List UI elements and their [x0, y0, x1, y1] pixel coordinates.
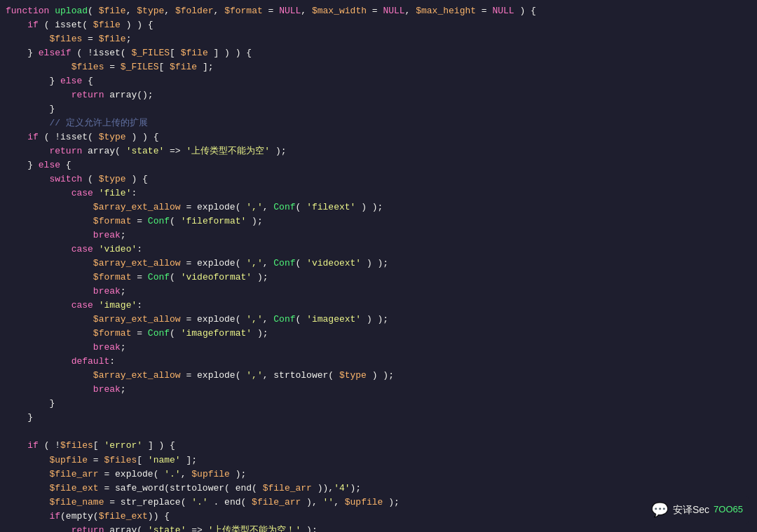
code-line: }	[6, 102, 751, 116]
code-line: $file_ext = safe_word(strtolower( end( $…	[6, 482, 751, 496]
brand-text: 安译Sec	[673, 503, 709, 518]
watermark: 💬 安译Sec 7OO65	[646, 496, 749, 524]
code-line: if(empty($file_ext)) {	[6, 510, 751, 524]
code-block: function upload( $file, $type, $folder, …	[6, 4, 751, 532]
code-line: } elseif ( !isset( $_FILES[ $file ] ) ) …	[6, 46, 751, 60]
code-line: $array_ext_allow = explode( ',', Conf( '…	[6, 200, 751, 214]
code-line: $files = $_FILES[ $file ];	[6, 60, 751, 74]
code-line: // 定义允许上传的扩展	[6, 116, 751, 130]
code-line: case 'file':	[6, 186, 751, 200]
code-line: if ( !isset( $type ) ) {	[6, 130, 751, 144]
code-line: if ( isset( $file ) ) {	[6, 18, 751, 32]
code-line: $array_ext_allow = explode( ',', Conf( '…	[6, 257, 751, 271]
code-container: function upload( $file, $type, $folder, …	[0, 0, 757, 532]
code-line: return array();	[6, 88, 751, 102]
code-line: $array_ext_allow = explode( ',', Conf( '…	[6, 313, 751, 327]
code-line: $array_ext_allow = explode( ',', strtolo…	[6, 369, 751, 383]
code-line: break;	[6, 229, 751, 243]
code-line: }	[6, 397, 751, 411]
code-line: case 'video':	[6, 243, 751, 257]
code-line: $file_arr = explode( '.', $upfile );	[6, 468, 751, 482]
code-line: if ( !$files[ 'error' ] ) {	[6, 439, 751, 453]
code-line: $format = Conf( 'videoformat' );	[6, 271, 751, 285]
code-line: return array( 'state' => '上传类型不能为空' );	[6, 144, 751, 158]
code-line: function upload( $file, $type, $folder, …	[6, 4, 751, 18]
code-line	[6, 425, 751, 439]
code-line: break;	[6, 341, 751, 355]
code-line: $format = Conf( 'imageformat' );	[6, 327, 751, 341]
code-line: $format = Conf( 'fileformat' );	[6, 214, 751, 229]
code-line: return array( 'state' => '上传类型不能为空！' );	[6, 524, 751, 532]
code-line: $file_name = str_replace( '.' . end( $fi…	[6, 496, 751, 510]
code-line: } else {	[6, 74, 751, 88]
code-line: switch ( $type ) {	[6, 172, 751, 186]
code-line: case 'image':	[6, 299, 751, 313]
wechat-icon: 💬	[651, 499, 669, 521]
brand-subtext: 7OO65	[714, 503, 743, 517]
code-line: break;	[6, 383, 751, 397]
code-line: $files = $file;	[6, 32, 751, 46]
code-line: default:	[6, 355, 751, 369]
code-line: }	[6, 411, 751, 425]
code-line: break;	[6, 285, 751, 299]
code-line: $upfile = $files[ 'name' ];	[6, 453, 751, 468]
code-line: } else {	[6, 158, 751, 172]
